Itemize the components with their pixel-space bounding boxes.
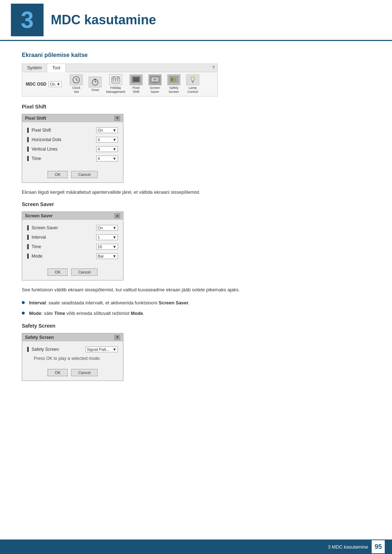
safety-screen-dialog: Safety Screen ✕ Safety Screen Signal Pat… bbox=[22, 333, 123, 381]
screen-saver-cancel-button[interactable]: Cancel bbox=[71, 268, 97, 276]
svg-point-31 bbox=[191, 77, 195, 81]
pixel-shift-indicator-2 bbox=[27, 147, 29, 152]
pixel-shift-indicator-3 bbox=[27, 156, 29, 161]
svg-rect-13 bbox=[117, 79, 118, 80]
toolbar-icon-lamp-control[interactable]: LampControl bbox=[185, 74, 201, 94]
svg-line-36 bbox=[195, 77, 195, 77]
svg-rect-26 bbox=[154, 82, 156, 83]
toolbar-tabs: System Tool ? bbox=[22, 64, 217, 72]
screen-saver-row-3: Mode Bar▼ bbox=[27, 253, 118, 259]
safety-screen-close-button[interactable]: ✕ bbox=[114, 335, 120, 340]
pixel-shift-ok-button[interactable]: OK bbox=[48, 171, 68, 178]
screen-saver-row-2: Time 10▼ bbox=[27, 244, 118, 250]
screen-saver-label-3: Mode bbox=[27, 254, 42, 259]
safety-screen-label-0: Safety Screen bbox=[27, 347, 59, 352]
safety-screen-dialog-footer: OK Cancel bbox=[22, 366, 123, 381]
svg-rect-15 bbox=[115, 81, 116, 81]
screen-saver-row-1: Interval 1▼ bbox=[27, 234, 118, 240]
screen-saver-row-0: Screen Saver On▼ bbox=[27, 225, 118, 231]
mdc-osd-select[interactable]: On ▼ bbox=[49, 81, 62, 87]
pixel-shift-indicator-1 bbox=[27, 137, 29, 142]
lamp-control-icon bbox=[186, 74, 199, 85]
toolbar-icon-clock-set[interactable]: ClockSet bbox=[68, 74, 84, 94]
bullet-text-1: Mode: säte Time võib erineda sõltuvalt r… bbox=[29, 310, 144, 317]
pixel-shift-select-3[interactable]: 4▼ bbox=[96, 156, 118, 161]
safety-screen-cancel-button[interactable]: Cancel bbox=[71, 369, 97, 376]
pixel-shift-label: PixelShift bbox=[132, 86, 140, 94]
svg-line-7 bbox=[95, 81, 97, 82]
mdc-osd-group: MDC OSD On ▼ bbox=[26, 81, 62, 87]
screen-saver-select-2[interactable]: 10▼ bbox=[96, 244, 118, 250]
safety-screen-select-0[interactable]: Signal Patt...▼ bbox=[85, 346, 118, 352]
pixel-shift-select-2[interactable]: 4▼ bbox=[96, 146, 118, 152]
pixel-shift-select-1[interactable]: 4▼ bbox=[96, 137, 118, 143]
chapter-number: 3 bbox=[11, 4, 44, 36]
pixel-shift-label-1: Horizontal Dots bbox=[27, 137, 61, 142]
svg-rect-12 bbox=[115, 79, 116, 80]
svg-line-35 bbox=[191, 77, 191, 77]
screen-saver-dialog-body: Screen Saver On▼ Interval 1▼ Time bbox=[22, 220, 123, 266]
svg-rect-30 bbox=[174, 78, 176, 81]
pixel-shift-label-3: Time bbox=[27, 156, 41, 161]
bullet-item-0: Interval: saate seadistada intervalli, e… bbox=[22, 299, 370, 307]
mdc-osd-label: MDC OSD bbox=[26, 82, 46, 87]
safety-screen-row-0: Safety Screen Signal Patt...▼ bbox=[27, 346, 118, 352]
toolbar-icon-timer[interactable]: Timer bbox=[87, 77, 103, 92]
screen-saver-indicator-0 bbox=[27, 225, 29, 230]
timer-label: Timer bbox=[91, 88, 99, 92]
page-header: 3 MDC kasutamine bbox=[0, 0, 392, 41]
pixel-shift-close-button[interactable]: ✕ bbox=[114, 116, 120, 121]
screen-saver-indicator-3 bbox=[27, 254, 29, 259]
safety-screen-heading: Safety Screen bbox=[22, 323, 370, 329]
safety-screen-ok-button[interactable]: OK bbox=[48, 369, 68, 376]
pixel-shift-heading: Pixel Shift bbox=[22, 104, 370, 110]
section-heading: Ekraani põlemise kaitse bbox=[22, 52, 370, 58]
footer-page-number: 95 bbox=[372, 540, 385, 553]
toolbar-icon-screen-saver[interactable]: ScreenSaver bbox=[147, 74, 163, 94]
help-button[interactable]: ? bbox=[209, 64, 217, 72]
tab-tool[interactable]: Tool bbox=[47, 64, 66, 72]
screen-saver-dialog: Screen Saver ✕ Screen Saver On▼ Interval bbox=[22, 212, 123, 280]
bullet-dot-0 bbox=[22, 301, 25, 304]
screen-saver-close-button[interactable]: ✕ bbox=[114, 213, 120, 218]
screen-saver-select-1[interactable]: 1▼ bbox=[96, 234, 118, 240]
toolbar-icon-pixel-shift[interactable]: PixelShift bbox=[128, 74, 144, 94]
safety-screen-note: Press OK to play a selected mode. bbox=[34, 356, 118, 361]
screen-saver-ok-button[interactable]: OK bbox=[48, 268, 68, 276]
pixel-shift-dialog: Pixel Shift ✕ Pixel Shift On▼ Horizontal… bbox=[22, 114, 123, 183]
pixel-shift-row-0: Pixel Shift On▼ bbox=[27, 127, 118, 133]
bullet-list: Interval: saate seadistada intervalli, e… bbox=[22, 299, 370, 317]
toolbar-icon-holiday[interactable]: HolidayManagement bbox=[106, 74, 125, 94]
screen-saver-label: ScreenSaver bbox=[150, 86, 160, 94]
safety-screen-title-bar: Safety Screen ✕ bbox=[22, 333, 123, 341]
screen-saver-label-0: Screen Saver bbox=[27, 225, 58, 230]
bullet-item-1: Mode: säte Time võib erineda sõltuvalt r… bbox=[22, 310, 370, 317]
svg-rect-16 bbox=[117, 81, 118, 81]
pixel-shift-indicator-0 bbox=[27, 128, 29, 133]
footer-text: 3 MDC kasutamine bbox=[328, 544, 368, 550]
pixel-shift-dialog-body: Pixel Shift On▼ Horizontal Dots 4▼ Ver bbox=[22, 122, 123, 168]
holiday-icon bbox=[109, 74, 122, 85]
tab-system[interactable]: System bbox=[22, 64, 47, 72]
screen-saver-select-3[interactable]: Bar▼ bbox=[96, 253, 118, 259]
bullet-dot-1 bbox=[22, 312, 25, 315]
safety-screen-label: SafetyScreen bbox=[169, 86, 179, 94]
pixel-shift-select-0[interactable]: On▼ bbox=[96, 127, 118, 133]
screen-saver-dialog-title: Screen Saver bbox=[25, 213, 53, 218]
screen-saver-title-bar: Screen Saver ✕ bbox=[22, 212, 123, 220]
toolbar-container: System Tool ? MDC OSD On ▼ bbox=[22, 63, 218, 97]
svg-point-3 bbox=[76, 79, 77, 80]
safety-screen-icon bbox=[167, 74, 180, 85]
screen-saver-description: See funktsioon väldib ekraani sissepõlem… bbox=[22, 286, 370, 294]
pixel-shift-row-1: Horizontal Dots 4▼ bbox=[27, 137, 118, 143]
screen-saver-label-1: Interval bbox=[27, 235, 46, 240]
screen-saver-label-2: Time bbox=[27, 244, 41, 249]
chapter-title: MDC kasutamine bbox=[51, 12, 156, 28]
screen-saver-heading: Screen Saver bbox=[22, 201, 370, 207]
pixel-shift-label-0: Pixel Shift bbox=[27, 128, 51, 133]
safety-screen-indicator-0 bbox=[27, 347, 29, 352]
pixel-shift-cancel-button[interactable]: Cancel bbox=[71, 171, 97, 178]
toolbar-icon-safety-screen[interactable]: SafetyScreen bbox=[166, 74, 182, 94]
pixel-shift-title-bar: Pixel Shift ✕ bbox=[22, 114, 123, 122]
screen-saver-select-0[interactable]: On▼ bbox=[96, 225, 118, 231]
